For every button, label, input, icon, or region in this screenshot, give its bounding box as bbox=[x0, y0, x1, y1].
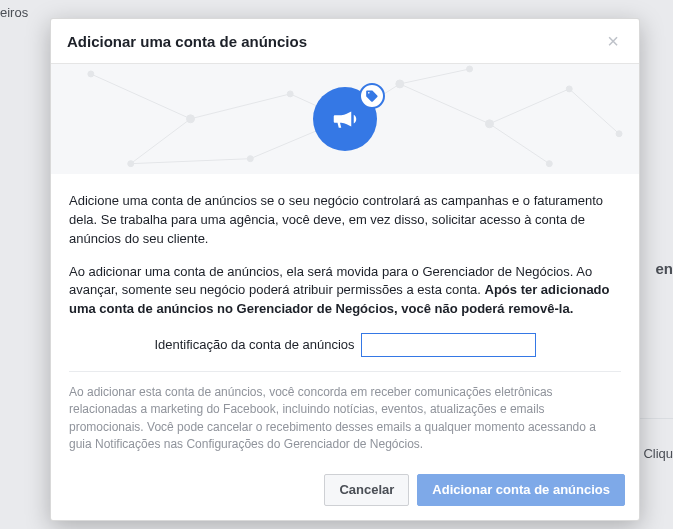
svg-point-16 bbox=[396, 80, 404, 88]
account-id-label: Identificação da conta de anúncios bbox=[154, 336, 354, 355]
intro-paragraph: Adicione uma conta de anúncios se o seu … bbox=[69, 192, 621, 249]
modal-body: Adicione uma conta de anúncios se o seu … bbox=[51, 174, 639, 464]
account-id-input[interactable] bbox=[361, 333, 536, 357]
svg-point-19 bbox=[546, 161, 552, 167]
modal-title: Adicionar uma conta de anúncios bbox=[67, 33, 307, 50]
bg-text-right2: Cliqu bbox=[643, 446, 673, 461]
bg-text-right1: en bbox=[655, 260, 673, 277]
svg-line-7 bbox=[489, 124, 549, 164]
svg-line-11 bbox=[400, 69, 470, 84]
account-id-field-row: Identificação da conta de anúncios bbox=[69, 333, 621, 357]
svg-point-21 bbox=[247, 156, 253, 162]
tag-icon bbox=[359, 83, 385, 109]
svg-point-13 bbox=[187, 115, 195, 123]
svg-line-1 bbox=[131, 119, 191, 164]
svg-line-6 bbox=[489, 89, 569, 124]
cancel-button[interactable]: Cancelar bbox=[324, 474, 409, 506]
svg-point-22 bbox=[467, 66, 473, 72]
add-ad-account-modal: Adicionar uma conta de anúncios × bbox=[50, 18, 640, 521]
disclaimer-text: Ao adicionar esta conta de anúncios, voc… bbox=[69, 371, 621, 454]
svg-line-5 bbox=[400, 84, 490, 124]
megaphone-icon bbox=[313, 87, 377, 151]
warning-paragraph: Ao adicionar uma conta de anúncios, ela … bbox=[69, 263, 621, 320]
add-account-button[interactable]: Adicionar conta de anúncios bbox=[417, 474, 625, 506]
svg-line-2 bbox=[191, 94, 291, 119]
svg-point-18 bbox=[566, 86, 572, 92]
modal-header: Adicionar uma conta de anúncios × bbox=[51, 19, 639, 64]
svg-point-12 bbox=[88, 71, 94, 77]
svg-point-15 bbox=[287, 91, 293, 97]
svg-point-14 bbox=[128, 161, 134, 167]
svg-point-20 bbox=[616, 131, 622, 137]
close-icon[interactable]: × bbox=[603, 31, 623, 51]
svg-point-17 bbox=[486, 120, 494, 128]
svg-line-9 bbox=[131, 159, 251, 164]
modal-footer: Cancelar Adicionar conta de anúncios bbox=[51, 464, 639, 520]
svg-line-8 bbox=[569, 89, 619, 134]
modal-hero bbox=[51, 64, 639, 174]
svg-line-0 bbox=[91, 74, 191, 119]
bg-text-topleft: eiros bbox=[0, 5, 28, 20]
